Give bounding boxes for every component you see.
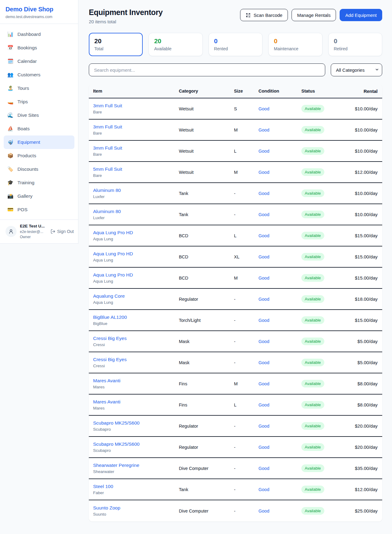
sidebar-item-trips[interactable]: 🚤 Trips [4, 95, 74, 109]
sidebar-item-bookings[interactable]: 📅 Bookings [4, 41, 74, 55]
item-name-link[interactable]: Scubapro MK25/S600 [93, 441, 179, 447]
table-row: Aqua Lung Pro HD Aqua Lung BCD L Good Av… [89, 225, 382, 246]
sidebar-item-gallery[interactable]: 📸 Gallery [4, 189, 74, 203]
sidebar-item-equipment[interactable]: 🤿 Equipment [4, 135, 74, 149]
sidebar-item-customers[interactable]: 👥 Customers [4, 68, 74, 82]
condition-link[interactable]: Good [258, 276, 269, 280]
condition-link[interactable]: Good [258, 106, 269, 111]
add-equipment-button[interactable]: Add Equipment [340, 9, 382, 21]
condition-link[interactable]: Good [258, 149, 269, 154]
rental-price: $12.00/day [349, 487, 378, 492]
item-size: M [234, 381, 258, 386]
item-name-link[interactable]: 3mm Full Suit [93, 103, 179, 109]
condition-link[interactable]: Good [258, 128, 269, 132]
condition-link[interactable]: Good [258, 360, 269, 365]
condition-link[interactable]: Good [258, 487, 269, 492]
item-name-link[interactable]: 3mm Full Suit [93, 145, 179, 151]
table-row: Shearwater Peregrine Shearwater Dive Com… [89, 458, 382, 479]
trips-icon: 🚤 [7, 99, 13, 104]
item-name-link[interactable]: Aqua Lung Pro HD [93, 272, 179, 278]
avatar [6, 226, 17, 237]
sidebar-item-discounts[interactable]: 🏷️ Discounts [4, 162, 74, 176]
sidebar-item-training[interactable]: 🎓 Training [4, 176, 74, 189]
stat-card-rented[interactable]: 0 Rented [209, 33, 262, 56]
item-name-link[interactable]: Aqua Lung Pro HD [93, 251, 179, 257]
condition-link[interactable]: Good [258, 297, 269, 302]
search-input[interactable] [89, 63, 325, 76]
manage-rentals-button[interactable]: Manage Rentals [292, 9, 336, 21]
condition-link[interactable]: Good [258, 170, 269, 175]
item-name-link[interactable]: 5mm Full Suit [93, 166, 179, 172]
status-badge: Available [301, 189, 324, 197]
stat-card-maintenance[interactable]: 0 Maintenance [268, 33, 322, 56]
col-header-status: Status [301, 89, 349, 93]
item-name-link[interactable]: Aluminum 80 [93, 188, 179, 193]
stat-card-total[interactable]: 20 Total [89, 33, 143, 56]
sidebar-item-calendar[interactable]: 🗓️ Calendar [4, 55, 74, 68]
status-badge: Available [301, 147, 324, 155]
stat-card-available[interactable]: 20 Available [149, 33, 202, 56]
table-row: Mares Avanti Mares Fins M Good Available… [89, 373, 382, 395]
condition-link[interactable]: Good [258, 424, 269, 429]
category-select[interactable]: All Categories [331, 63, 382, 76]
discounts-icon: 🏷️ [7, 167, 13, 172]
item-name-link[interactable]: Shearwater Peregrine [93, 463, 179, 468]
item-category: BCD [179, 276, 234, 280]
condition-link[interactable]: Good [258, 191, 269, 196]
item-brand: Suunto [93, 512, 179, 517]
condition-link[interactable]: Good [258, 212, 269, 217]
item-name-link[interactable]: 3mm Full Suit [93, 124, 179, 130]
filter-row: All Categories [89, 63, 382, 76]
item-name-link[interactable]: Suunto Zoop [93, 505, 179, 511]
stat-value: 0 [214, 37, 257, 45]
rental-price: $25.00/day [349, 508, 378, 513]
tours-icon: 🏝️ [7, 86, 13, 91]
item-name-link[interactable]: Mares Avanti [93, 399, 179, 405]
brand-domain: demo.test.divestreams.com [6, 15, 73, 19]
rental-price: $20.00/day [349, 444, 378, 450]
status-badge: Available [301, 486, 324, 493]
item-brand: Aqua Lung [93, 237, 179, 241]
condition-link[interactable]: Good [258, 233, 269, 238]
table-row: Scubapro MK25/S600 Scubapro Regulator - … [89, 416, 382, 437]
sidebar-item-dashboard[interactable]: 📊 Dashboard [4, 28, 74, 41]
condition-link[interactable]: Good [258, 381, 269, 386]
customers-icon: 👥 [7, 72, 13, 77]
item-name-link[interactable]: Mares Avanti [93, 378, 179, 383]
item-name-link[interactable]: Aluminum 80 [93, 209, 179, 214]
condition-link[interactable]: Good [258, 318, 269, 323]
status-badge: Available [301, 295, 324, 303]
item-brand: Bare [93, 173, 179, 178]
item-name-link[interactable]: Scubapro MK25/S600 [93, 420, 179, 426]
item-category: Mask [179, 339, 234, 344]
item-size: M [234, 128, 258, 132]
col-header-rental: Rental [349, 89, 378, 94]
table-row: 3mm Full Suit Bare Wetsuit S Good Availa… [89, 98, 382, 120]
sidebar-item-products[interactable]: 📦 Products [4, 149, 74, 162]
sidebar-item-tours[interactable]: 🏝️ Tours [4, 82, 74, 95]
item-name-link[interactable]: Aqua Lung Pro HD [93, 230, 179, 235]
sidebar-item-pos[interactable]: 💳 POS [4, 203, 74, 216]
rental-price: $15.00/day [349, 233, 378, 238]
item-name-link[interactable]: Cressi Big Eyes [93, 357, 179, 362]
item-name-link[interactable]: BigBlue AL1200 [93, 315, 179, 320]
user-name: E2E Test U... [20, 224, 45, 229]
sidebar-item-boats[interactable]: ⛵ Boats [4, 122, 74, 135]
item-brand: Cressi [93, 364, 179, 368]
item-name-link[interactable]: Steel 100 [93, 484, 179, 489]
condition-link[interactable]: Good [258, 339, 269, 344]
scan-barcode-button[interactable]: Scan Barcode [240, 9, 288, 21]
equipment-table: Item Category Size Condition Status Rent… [89, 84, 382, 521]
item-name-link[interactable]: Cressi Big Eyes [93, 336, 179, 341]
item-name-link[interactable]: Aqualung Core [93, 293, 179, 299]
sidebar-item-dive-sites[interactable]: 🌊 Dive Sites [4, 109, 74, 122]
sign-out-button[interactable]: Sign Out [51, 229, 74, 234]
brand-block: Demo Dive Shop demo.test.divestreams.com [0, 0, 78, 24]
condition-link[interactable]: Good [258, 466, 269, 471]
condition-link[interactable]: Good [258, 402, 269, 407]
stat-card-retired[interactable]: 0 Retired [328, 33, 382, 56]
condition-link[interactable]: Good [258, 254, 269, 259]
condition-link[interactable]: Good [258, 509, 269, 513]
status-badge: Available [301, 422, 324, 430]
condition-link[interactable]: Good [258, 445, 269, 450]
